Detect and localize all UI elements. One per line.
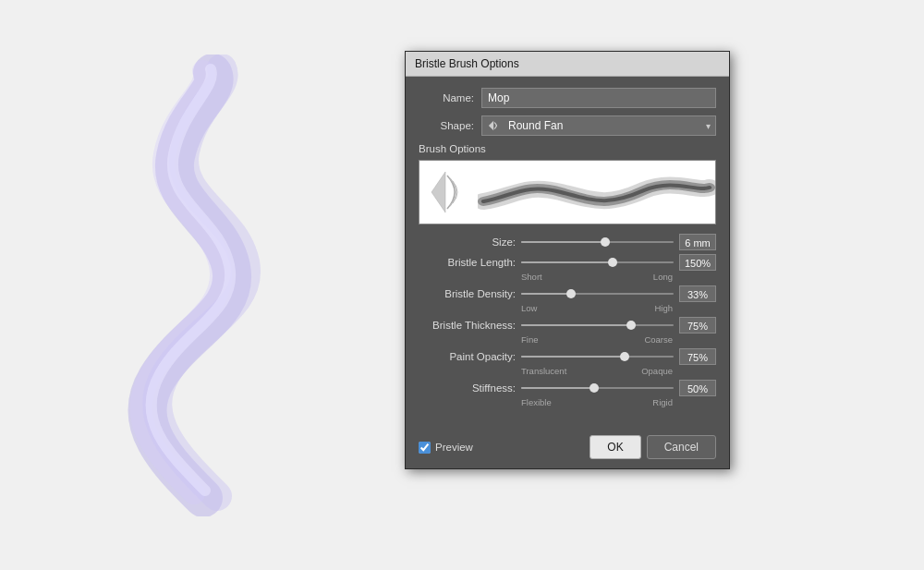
brush-options-label: Brush Options bbox=[419, 143, 716, 154]
size-slider-group: Size: 6 mm bbox=[419, 234, 716, 250]
bristle-thickness-label: Bristle Thickness: bbox=[419, 320, 516, 331]
svg-marker-1 bbox=[432, 172, 445, 212]
bristle-density-hints: Low High bbox=[419, 303, 716, 313]
shape-field-row: Shape: Round Fan Round Flat Curve Angle … bbox=[419, 115, 716, 136]
bristle-thickness-hints: Fine Coarse bbox=[419, 334, 716, 345]
dialog-footer: Preview OK Cancel bbox=[406, 428, 729, 468]
bristle-length-hints: Short Long bbox=[419, 272, 716, 282]
stiffness-track[interactable] bbox=[521, 382, 674, 394]
paint-opacity-hint-right: Opaque bbox=[641, 366, 673, 376]
bristle-density-value: 33% bbox=[679, 285, 716, 302]
stiffness-row: Stiffness: 50% bbox=[419, 380, 716, 396]
bristle-density-slider-group: Bristle Density: 33% Low High bbox=[419, 285, 716, 313]
paint-opacity-track[interactable] bbox=[521, 350, 674, 363]
bristle-density-row: Bristle Density: 33% bbox=[419, 285, 716, 302]
name-label: Name: bbox=[419, 92, 474, 103]
bristle-density-track[interactable] bbox=[521, 287, 674, 300]
dialog-titlebar: Bristle Brush Options bbox=[406, 52, 729, 77]
brush-options-section: Brush Options bbox=[419, 143, 716, 407]
dialog-title: Bristle Brush Options bbox=[415, 57, 519, 70]
shape-label: Shape: bbox=[419, 120, 474, 131]
bristle-density-hint-left: Low bbox=[521, 303, 537, 313]
preview-label: Preview bbox=[435, 442, 473, 453]
bristle-thickness-hint-left: Fine bbox=[521, 334, 538, 345]
size-slider-row: Size: 6 mm bbox=[419, 234, 716, 250]
dialog-body: Name: Shape: Round Fan Round Flat Curve bbox=[406, 77, 729, 428]
name-field-row: Name: bbox=[419, 88, 716, 108]
bristle-thickness-value: 75% bbox=[679, 317, 716, 334]
preview-row: Preview bbox=[419, 442, 590, 454]
stiffness-hint-left: Flexible bbox=[521, 397, 552, 407]
bristle-length-hint-right: Long bbox=[653, 272, 673, 282]
preview-checkbox[interactable] bbox=[419, 442, 431, 454]
paint-opacity-value: 75% bbox=[679, 348, 716, 365]
size-label: Size: bbox=[419, 236, 516, 248]
brush-stroke-preview bbox=[478, 164, 715, 220]
bristle-length-value: 150% bbox=[679, 254, 716, 271]
bristle-thickness-hint-right: Coarse bbox=[644, 334, 673, 345]
stiffness-value: 50% bbox=[679, 380, 716, 396]
shape-select-container: Round Fan Round Flat Curve Angle Fan Poi… bbox=[481, 115, 716, 136]
size-slider-track[interactable] bbox=[521, 236, 674, 249]
stiffness-slider-group: Stiffness: 50% Flexible Rigid bbox=[419, 380, 716, 407]
paint-opacity-row: Paint Opacity: 75% bbox=[419, 348, 716, 365]
bristle-length-hint-left: Short bbox=[521, 272, 542, 282]
stiffness-hint-right: Rigid bbox=[652, 397, 673, 407]
paint-opacity-slider-group: Paint Opacity: 75% Translucent Opaque bbox=[419, 348, 716, 376]
paint-opacity-label: Paint Opacity: bbox=[419, 351, 516, 362]
bristle-density-label: Bristle Density: bbox=[419, 288, 516, 299]
bristle-thickness-slider-group: Bristle Thickness: 75% Fine Coarse bbox=[419, 317, 716, 345]
paint-opacity-hints: Translucent Opaque bbox=[419, 366, 716, 376]
brush-preview bbox=[419, 160, 716, 224]
bristle-brush-dialog: Bristle Brush Options Name: Shape: Round… bbox=[405, 51, 730, 469]
bristle-density-hint-right: High bbox=[654, 303, 673, 313]
paint-opacity-hint-left: Translucent bbox=[521, 366, 566, 376]
bristle-length-track[interactable] bbox=[521, 256, 674, 269]
bristle-length-slider-group: Bristle Length: 150% Short Long bbox=[419, 254, 716, 282]
bristle-thickness-row: Bristle Thickness: 75% bbox=[419, 317, 716, 334]
bristle-length-row: Bristle Length: 150% bbox=[419, 254, 716, 271]
size-value: 6 mm bbox=[679, 234, 716, 250]
name-input[interactable] bbox=[481, 88, 716, 108]
bristle-thickness-track[interactable] bbox=[521, 319, 674, 332]
cancel-button[interactable]: Cancel bbox=[647, 435, 716, 459]
stiffness-label: Stiffness: bbox=[419, 382, 516, 394]
stiffness-hints: Flexible Rigid bbox=[419, 397, 716, 407]
bristle-length-label: Bristle Length: bbox=[419, 257, 516, 268]
shape-select[interactable]: Round Fan Round Flat Curve Angle Fan Poi… bbox=[481, 115, 716, 136]
brush-preview-icon bbox=[427, 164, 478, 220]
ok-button[interactable]: OK bbox=[590, 435, 640, 459]
brush-stroke bbox=[55, 55, 351, 516]
